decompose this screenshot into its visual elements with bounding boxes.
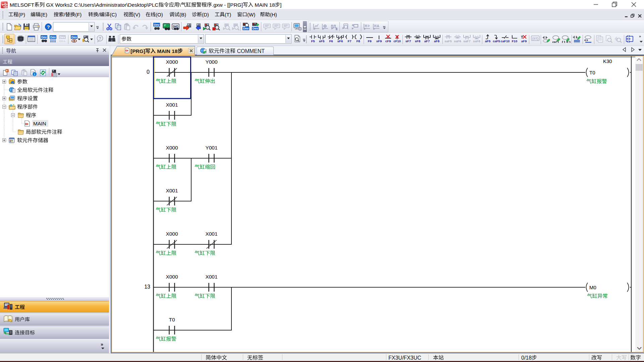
svg-text:saF8: saF8 (473, 39, 480, 43)
svg-text:saF5: saF5 (444, 39, 452, 43)
svg-text:T: T (521, 35, 523, 39)
svg-text:aF7: aF7 (424, 39, 430, 43)
svg-text:sF8: sF8 (415, 39, 420, 43)
svg-text:aF5: aF5 (485, 39, 491, 43)
svg-text:F10: F10 (512, 39, 517, 43)
svg-text:Dev: Dev (243, 27, 249, 30)
svg-text:?: ? (99, 36, 101, 41)
svg-text:sF5: sF5 (319, 39, 325, 43)
svg-text:sF7: sF7 (406, 39, 411, 43)
svg-text:»: » (101, 342, 103, 347)
svg-text:caF10: caF10 (501, 39, 509, 43)
svg-text:Dev: Dev (60, 36, 65, 39)
svg-text:F6: F6 (329, 39, 333, 43)
svg-text:?: ? (47, 24, 50, 30)
svg-text:Dev: Dev (253, 27, 258, 30)
svg-text:cF9: cF9 (385, 39, 391, 43)
svg-text:F5: F5 (311, 39, 315, 43)
svg-text:saF7: saF7 (463, 39, 471, 43)
svg-text:cF10: cF10 (393, 39, 401, 43)
svg-text:sF9: sF9 (376, 39, 382, 43)
svg-text:{ST}: {ST} (532, 37, 539, 40)
svg-text:»: » (639, 34, 641, 38)
svg-text:Dev: Dev (154, 23, 160, 26)
svg-text:aF9: aF9 (521, 39, 527, 43)
svg-text:Dev: Dev (50, 36, 56, 39)
svg-text:CC-L: CC-L (59, 40, 65, 43)
svg-text:F9: F9 (368, 39, 371, 43)
svg-text:F7: F7 (347, 39, 351, 43)
svg-text:Dev: Dev (71, 36, 77, 39)
svg-text:i: i (34, 73, 35, 76)
svg-text:aF8: aF8 (434, 39, 439, 43)
svg-text:Dev: Dev (41, 36, 47, 39)
svg-text:F8: F8 (356, 39, 360, 43)
svg-text:caF5: caF5 (493, 39, 500, 43)
svg-text:saF6: saF6 (454, 39, 461, 43)
svg-text:sF6: sF6 (337, 39, 343, 43)
